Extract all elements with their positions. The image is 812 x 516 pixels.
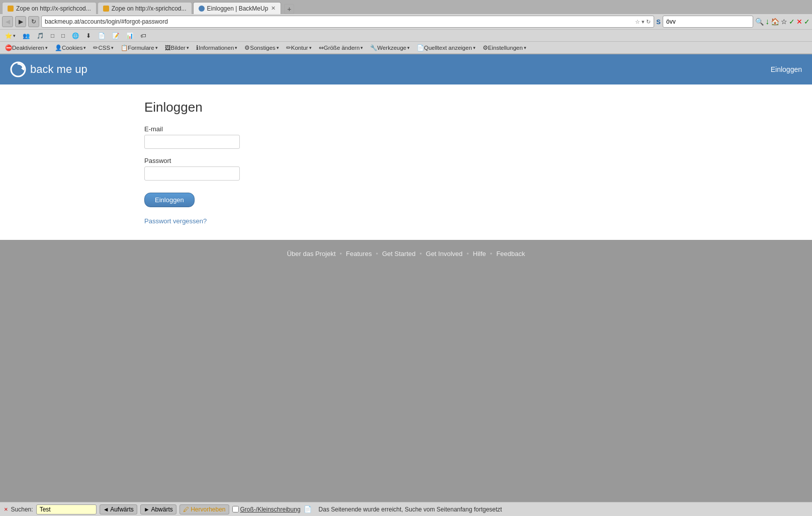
bookmark-xroom[interactable]: 🎵 [34,31,47,40]
search-icon[interactable]: 🔍 [755,18,764,26]
tab-close-3[interactable]: ✕ [271,5,276,12]
tab-label-3: Einloggen | BackMeUp [207,5,268,12]
tab-bar: Zope on http://x-sprichcod... Zope on ht… [0,0,812,14]
bookmark-csv[interactable]: 📊 [123,31,136,40]
login-button[interactable]: Einloggen [144,193,195,207]
footer-link-4[interactable]: Hilfe [473,250,486,257]
toolbar2-label-1: Cookies [62,45,83,51]
toolbar2-groesse[interactable]: ⇔ Größe ändern▾ [316,43,367,52]
download-icon[interactable]: ↓ [765,17,769,26]
tab-label-1: Zope on http://x-sprichcod... [16,5,91,12]
tab-label-2: Zope on http://x-sprichcod... [112,5,187,12]
arrow-0: ▾ [13,33,16,38]
toolbar2-formulare[interactable]: 📋 Formulare▾ [118,43,160,52]
toolbar2: ⛔ Deaktivieren▾ 👤 Cookies▾ ✏ CSS▾ 📋 Form… [0,42,812,54]
site-logo: back me up [10,61,87,77]
footer-sep-1: • [376,250,378,257]
check-icon-green2: ✓ [804,18,810,26]
password-group: Passwort [144,157,668,181]
history-icon: ▾ [642,19,645,25]
bookmark-meistbesucht[interactable]: ⭐ ▾ [2,31,19,40]
toolbar2-css[interactable]: ✏ CSS▾ [90,43,117,52]
site-header: back me up Einloggen [0,54,812,84]
bookmark-openrc[interactable]: □ [48,32,57,40]
email-field[interactable] [144,135,240,149]
forward-button[interactable]: ▶ [15,16,26,27]
login-section: Einloggen E-mail Passwort Einloggen Pass… [0,84,812,240]
footer-link-5[interactable]: Feedback [496,250,525,257]
toolbar2-label-7: Kontur [291,45,308,51]
footer-sep-4: • [490,250,493,257]
tab-favicon-2 [103,6,109,12]
bookmark-python[interactable]: 📄 [95,31,108,40]
nav-extra-icons: 🔍 ↓ 🏠 ☆ ✓ ✕ ✓ [755,17,810,26]
toolbar2-einstellungen[interactable]: ⚙ Einstellungen▾ [480,43,529,52]
check-icon-green: ✓ [789,18,795,26]
search-bar-text: övv [666,18,676,25]
toolbar2-quelltext[interactable]: 📄 Quelltext anzeigen▾ [414,43,478,52]
toolbar2-bilder[interactable]: 🖼 Bilder▾ [162,44,192,52]
home-icon[interactable]: 🏠 [771,18,779,26]
refresh-button[interactable]: ↻ [28,16,39,27]
footer-sep-3: • [467,250,469,257]
toolbar2-label-10: Quelltext anzeigen [424,45,472,51]
gray-area [0,268,812,444]
bookmark-download[interactable]: ⬇ [83,31,94,40]
bookmark-openrcweb[interactable]: □ [58,32,68,40]
header-nav-einloggen[interactable]: Einloggen [771,65,802,73]
new-tab-button[interactable]: + [284,4,294,14]
site-footer: Über das Projekt • Features • Get Starte… [0,240,812,268]
footer-sep-2: • [419,250,422,257]
browser-chrome: Zope on http://x-sprichcod... Zope on ht… [0,0,812,54]
x-icon-red: ✕ [796,18,802,26]
footer-links: Über das Projekt • Features • Get Starte… [10,250,802,257]
bookmarks-bar: ⭐ ▾ 👥 🎵 □ □ 🌐 ⬇ 📄 📝 📊 🏷 [0,30,812,42]
bookmark-gemeinschaft[interactable]: 👥 [20,31,33,40]
tab-favicon-1 [8,6,14,12]
url-bar[interactable]: backmeup.at/accounts/login/#forgot-passw… [41,16,654,28]
bookmark-mylabel[interactable]: 🏷 [137,32,149,40]
back-button[interactable]: ◀ [2,16,13,27]
toolbar2-informationen[interactable]: ℹ Informationen▾ [193,43,240,52]
star-icon: ☆ [635,19,640,25]
footer-link-0[interactable]: Über das Projekt [287,250,336,257]
url-bar-icons: ☆ ▾ ↻ [635,19,651,25]
toolbar2-label-3: Formulare [128,45,154,51]
bookmark-nikipedia[interactable]: 🌐 [69,31,82,40]
bookmark-star-icon[interactable]: ☆ [781,18,787,26]
tab-favicon-3 [199,6,205,12]
page-content: back me up Einloggen Einloggen E-mail Pa… [0,54,812,444]
toolbar2-label-2: CSS [98,45,110,51]
toolbar2-label-5: Informationen [199,45,234,51]
password-label: Passwort [144,157,668,164]
toolbar2-label-11: Einstellungen [488,45,523,51]
reload-icon: ↻ [646,19,651,25]
password-field[interactable] [144,166,240,181]
toolbar2-sonstiges[interactable]: ⚙ Sonstiges▾ [241,43,282,52]
toolbar2-kontur[interactable]: ✏ Kontur▾ [283,43,315,52]
tab-3[interactable]: Einloggen | BackMeUp ✕ [193,2,282,14]
bookmark-tonis[interactable]: 📝 [109,31,122,40]
footer-sep-0: • [340,250,342,257]
tab-1[interactable]: Zope on http://x-sprichcod... [2,2,97,14]
email-label: E-mail [144,125,668,133]
toolbar2-label-0: Deaktivieren [12,45,44,51]
logo-text: back me up [30,63,87,76]
search-engine-icon: S [656,18,661,26]
footer-link-3[interactable]: Get Involved [426,250,463,257]
footer-link-1[interactable]: Features [346,250,372,257]
toolbar2-label-6: Sonstiges [250,45,276,51]
url-text: backmeup.at/accounts/login/#forgot-passw… [45,18,635,25]
footer-link-2[interactable]: Get Started [382,250,415,257]
browser-search-bar[interactable]: övv [663,16,753,28]
logo-icon [10,61,26,77]
tab-2[interactable]: Zope on http://x-sprichcod... [98,2,192,14]
toolbar2-label-9: Werkzeuge [377,45,406,51]
email-group: E-mail [144,125,668,149]
toolbar2-deaktivieren[interactable]: ⛔ Deaktivieren▾ [2,43,51,52]
forgot-password-link[interactable]: Passwort vergessen? [144,217,668,225]
toolbar2-cookies[interactable]: 👤 Cookies▾ [52,43,89,52]
login-title: Einloggen [144,100,668,115]
toolbar2-werkzeuge[interactable]: 🔧 Werkzeuge▾ [367,43,413,52]
nav-icons: S [656,18,661,26]
